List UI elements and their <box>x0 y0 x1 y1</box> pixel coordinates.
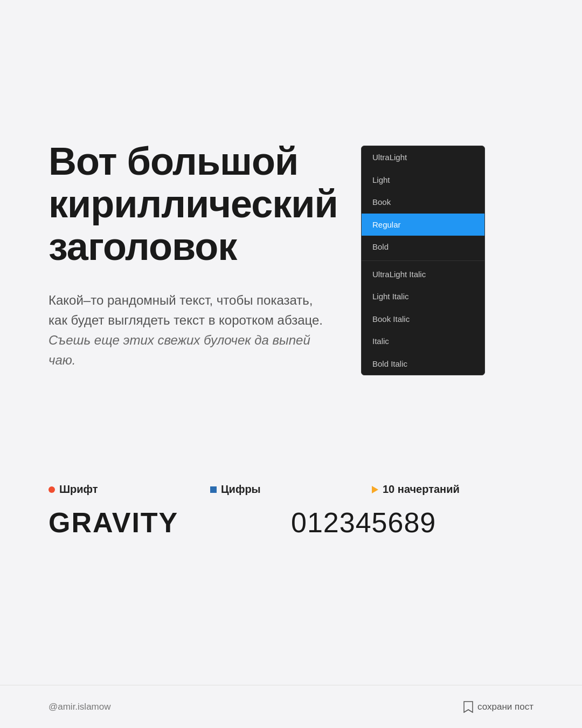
font-style-dropdown[interactable]: UltraLight Light Book Regular Bold Ultra… <box>361 146 485 375</box>
main-content: Вот большой кириллический заголовок Како… <box>0 0 582 408</box>
styles-triangle-icon <box>372 486 378 493</box>
save-button[interactable]: сохрани пост <box>463 701 534 713</box>
numbers-label: Цифры <box>221 483 261 496</box>
numbers-label-item: Цифры <box>210 483 372 496</box>
dropdown-item-ultralight[interactable]: UltraLight <box>362 146 484 169</box>
dropdown-divider <box>362 260 484 261</box>
body-paragraph: Какой–то рандомный текст, чтобы показать… <box>48 290 329 370</box>
dropdown-item-italic[interactable]: Italic <box>362 330 484 353</box>
main-heading: Вот большой кириллический заголовок <box>48 140 329 269</box>
text-section: Вот большой кириллический заголовок Како… <box>48 140 329 370</box>
font-label: Шрифт <box>59 483 98 496</box>
font-meta-row: Шрифт Цифры 10 начертаний <box>48 483 534 496</box>
font-numbers-display: 012345689 <box>291 506 534 539</box>
footer-username: @amir.islamow <box>48 702 111 712</box>
font-dot-icon <box>48 486 55 493</box>
dropdown-item-ultralight-italic[interactable]: UltraLight Italic <box>362 263 484 286</box>
styles-label-item: 10 начертаний <box>372 483 534 496</box>
bookmark-icon <box>463 701 473 713</box>
dropdown-item-bold[interactable]: Bold <box>362 236 484 258</box>
body-text-italic: Съешь еще этих свежих булочек да выпей ч… <box>48 333 310 367</box>
font-name-display: GRAVITY <box>48 506 291 539</box>
save-label: сохрани пост <box>477 702 534 712</box>
font-display-row: GRAVITY 012345689 <box>48 506 534 539</box>
dropdown-item-light-italic[interactable]: Light Italic <box>362 285 484 308</box>
body-text-normal: Какой–то рандомный текст, чтобы показать… <box>48 293 323 327</box>
font-info-section: Шрифт Цифры 10 начертаний GRAVITY 012345… <box>0 451 582 560</box>
font-label-item: Шрифт <box>48 483 210 496</box>
dropdown-item-book-italic[interactable]: Book Italic <box>362 308 484 331</box>
styles-label: 10 начертаний <box>383 483 460 496</box>
dropdown-item-book[interactable]: Book <box>362 191 484 214</box>
numbers-square-icon <box>210 486 217 493</box>
dropdown-item-regular[interactable]: Regular <box>362 214 484 236</box>
dropdown-item-light[interactable]: Light <box>362 169 484 191</box>
dropdown-list[interactable]: UltraLight Light Book Regular Bold Ultra… <box>361 146 485 375</box>
footer: @amir.islamow сохрани пост <box>0 685 582 728</box>
dropdown-item-bold-italic[interactable]: Bold Italic <box>362 353 484 375</box>
